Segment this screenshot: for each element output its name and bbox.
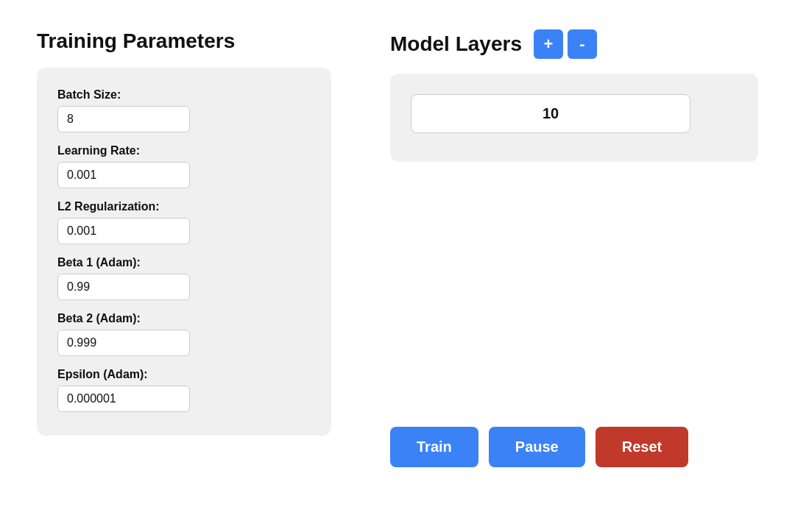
train-button[interactable]: Train (390, 427, 478, 467)
l2-regularization-label: L2 Regularization: (57, 200, 311, 213)
layers-box (390, 74, 758, 162)
reset-button[interactable]: Reset (596, 427, 688, 467)
epsilon-adam-label: Epsilon (Adam): (57, 368, 311, 381)
beta2-adam-label: Beta 2 (Adam): (57, 312, 311, 325)
model-layers-title: Model Layers (390, 32, 522, 56)
params-box: Batch Size:Learning Rate:L2 Regularizati… (37, 68, 331, 436)
param-group-batch-size: Batch Size: (57, 88, 311, 132)
batch-size-input[interactable] (57, 106, 190, 132)
beta1-adam-input[interactable] (57, 274, 190, 300)
remove-layer-button[interactable]: - (568, 29, 597, 59)
epsilon-adam-input[interactable] (57, 386, 190, 412)
pause-button[interactable]: Pause (489, 427, 585, 467)
beta2-adam-input[interactable] (57, 330, 190, 356)
batch-size-label: Batch Size: (57, 88, 311, 102)
param-group-beta1-adam: Beta 1 (Adam): (57, 256, 311, 300)
add-layer-button[interactable]: + (534, 29, 563, 59)
training-parameters-title: Training Parameters (37, 29, 331, 53)
l2-regularization-input[interactable] (57, 218, 190, 244)
param-group-beta2-adam: Beta 2 (Adam): (57, 312, 311, 356)
param-group-learning-rate: Learning Rate: (57, 144, 311, 188)
main-container: Training Parameters Batch Size:Learning … (37, 29, 758, 467)
learning-rate-label: Learning Rate: (57, 144, 311, 157)
param-group-l2-regularization: L2 Regularization: (57, 200, 311, 244)
bottom-buttons: Train Pause Reset (390, 162, 758, 467)
beta1-adam-label: Beta 1 (Adam): (57, 256, 311, 269)
header-buttons: + - (534, 29, 597, 59)
learning-rate-input[interactable] (57, 162, 190, 188)
layer-input-0[interactable] (411, 94, 690, 133)
right-header: Model Layers + - (390, 29, 758, 59)
param-group-epsilon-adam: Epsilon (Adam): (57, 368, 311, 412)
right-panel: Model Layers + - Train Pause Reset (390, 29, 758, 467)
left-panel: Training Parameters Batch Size:Learning … (37, 29, 331, 467)
